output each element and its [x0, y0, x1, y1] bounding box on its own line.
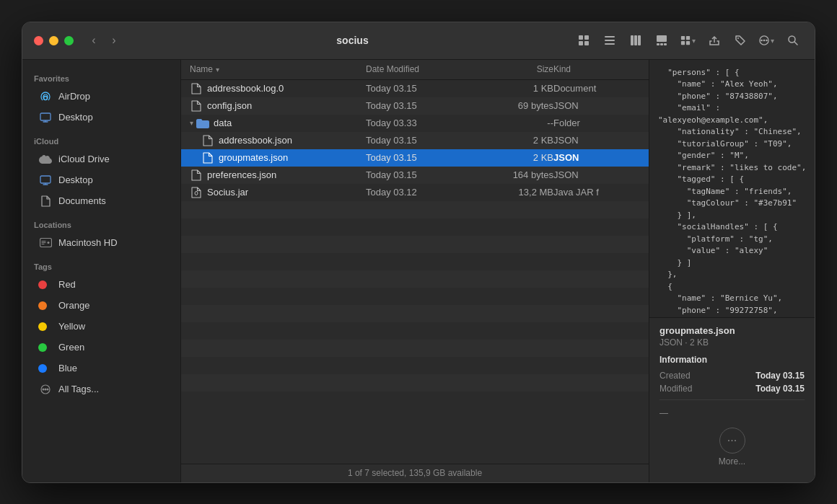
- file-kind: Java JAR f: [553, 187, 640, 198]
- search-button[interactable]: [783, 30, 803, 50]
- sidebar-item-icloud-drive[interactable]: iCloud Drive: [27, 149, 176, 169]
- preview-info: groupmates.json JSON · 2 KB Information …: [649, 317, 815, 482]
- minimize-button[interactable]: [49, 36, 58, 45]
- grid-view-button[interactable]: [574, 30, 594, 50]
- svg-point-42: [195, 191, 198, 195]
- nav-buttons: ‹ ›: [85, 32, 123, 49]
- sidebar-item-tag-orange[interactable]: Orange: [27, 296, 176, 316]
- sidebar-item-tag-blue[interactable]: Blue: [27, 358, 176, 379]
- forward-button[interactable]: ›: [105, 32, 123, 49]
- hdd-icon: [38, 236, 53, 250]
- sidebar-item-tag-yellow[interactable]: Yellow: [27, 317, 176, 337]
- titlebar: ‹ › socius: [22, 22, 815, 60]
- file-icon-folder: [196, 117, 209, 130]
- svg-rect-6: [605, 43, 615, 45]
- svg-point-22: [761, 40, 763, 42]
- file-icon-json: [201, 134, 214, 147]
- more-label: More...: [719, 456, 745, 467]
- svg-rect-8: [634, 35, 637, 45]
- table-row[interactable]: Socius.jar Today 03.12 13,2 MB Java JAR …: [181, 184, 649, 201]
- gallery-view-button[interactable]: [652, 30, 672, 50]
- sidebar: Favorites AirDrop: [22, 60, 181, 482]
- file-icon-json: [190, 100, 203, 112]
- tag-red-icon: [38, 278, 53, 292]
- svg-rect-14: [681, 36, 685, 40]
- file-size: 69 bytes: [481, 100, 553, 111]
- file-kind: JSON: [553, 135, 640, 146]
- col-size-header[interactable]: Size: [481, 64, 553, 74]
- file-kind: JSON: [553, 169, 640, 180]
- file-name: data: [214, 118, 366, 128]
- close-button[interactable]: [34, 36, 43, 45]
- maximize-button[interactable]: [64, 36, 74, 45]
- disclosure-triangle[interactable]: ▾: [190, 119, 193, 127]
- tag-button[interactable]: [730, 30, 750, 50]
- table-row[interactable]: ▾ data Today 03.33 -- Folder: [181, 115, 649, 132]
- svg-rect-30: [40, 176, 51, 183]
- svg-rect-12: [660, 43, 663, 45]
- empty-row: [181, 305, 649, 322]
- file-kind: JSON: [553, 100, 640, 111]
- group-button[interactable]: ▾: [678, 30, 698, 50]
- table-row[interactable]: addressbook.log.0 Today 03.15 1 KB Docum…: [181, 80, 649, 97]
- col-name-header[interactable]: Name ▾: [190, 64, 366, 74]
- documents-icon: [38, 194, 53, 208]
- desktop-label: Desktop: [58, 112, 93, 123]
- table-row[interactable]: groupmates.json Today 03.15 2 KB JSON: [181, 149, 649, 167]
- finder-window: ‹ › socius: [22, 22, 815, 483]
- tag-yellow-label: Yellow: [58, 321, 85, 332]
- empty-row: [181, 201, 649, 218]
- column-view-button[interactable]: [626, 30, 646, 50]
- empty-row: [181, 322, 649, 340]
- modified-label: Modified: [659, 384, 692, 394]
- empty-row: [181, 236, 649, 253]
- file-icon-json-selected: [201, 151, 214, 164]
- share-button[interactable]: [704, 30, 724, 50]
- sidebar-section-locations: Locations: [22, 212, 180, 232]
- empty-row: [181, 357, 649, 374]
- svg-rect-27: [40, 113, 51, 120]
- svg-point-23: [766, 40, 768, 42]
- col-date-header[interactable]: Date Modified: [366, 64, 481, 74]
- empty-row: [181, 340, 649, 357]
- action-button[interactable]: ▾: [756, 30, 777, 50]
- sidebar-item-icloud-desktop[interactable]: Desktop: [27, 170, 176, 190]
- file-name: addressbook.json: [219, 135, 366, 146]
- svg-rect-0: [579, 35, 583, 40]
- back-button[interactable]: ‹: [85, 32, 102, 49]
- preview-dash: —: [659, 408, 668, 418]
- svg-point-39: [43, 388, 45, 390]
- sidebar-item-macintosh-hd[interactable]: Macintosh HD: [27, 233, 176, 253]
- file-kind: JSON: [553, 152, 640, 163]
- tag-all-icon: [38, 382, 53, 397]
- col-kind-header[interactable]: Kind: [553, 64, 640, 74]
- tag-green-label: Green: [58, 342, 84, 353]
- more-button[interactable]: ··· More...: [659, 419, 805, 475]
- file-list-header: Name ▾ Date Modified Size Kind: [181, 60, 649, 80]
- sidebar-item-tag-red[interactable]: Red: [27, 275, 176, 295]
- svg-rect-1: [584, 35, 589, 40]
- preview-pane: "persons" : [ { "name" : "Alex Yeoh", "p…: [649, 60, 815, 482]
- sidebar-item-documents[interactable]: Documents: [27, 191, 176, 211]
- svg-rect-11: [657, 43, 659, 45]
- sidebar-item-desktop[interactable]: Desktop: [27, 107, 176, 128]
- file-date: Today 03.15: [366, 152, 481, 163]
- sidebar-item-tag-green[interactable]: Green: [27, 337, 176, 358]
- sidebar-item-airdrop[interactable]: AirDrop: [27, 87, 176, 107]
- table-row[interactable]: preferences.json Today 03.15 164 bytes J…: [181, 167, 649, 184]
- file-date: Today 03.15: [366, 169, 481, 180]
- svg-rect-15: [686, 36, 690, 40]
- list-view-button[interactable]: [600, 30, 620, 50]
- preview-divider: [659, 399, 805, 400]
- documents-label: Documents: [58, 195, 106, 206]
- preview-subtitle: JSON · 2 KB: [659, 337, 805, 348]
- table-row[interactable]: config.json Today 03.15 69 bytes JSON: [181, 97, 649, 115]
- file-icon-doc: [190, 82, 203, 95]
- modified-value: Today 03.15: [755, 384, 805, 394]
- toolbar-right: ▾: [574, 30, 803, 50]
- sidebar-section-tags: Tags: [22, 254, 180, 274]
- file-date: Today 03.12: [366, 187, 481, 198]
- table-row[interactable]: addressbook.json Today 03.15 2 KB JSON: [181, 132, 649, 149]
- file-date: Today 03.33: [366, 118, 481, 128]
- sidebar-item-tag-all[interactable]: All Tags...: [27, 379, 176, 399]
